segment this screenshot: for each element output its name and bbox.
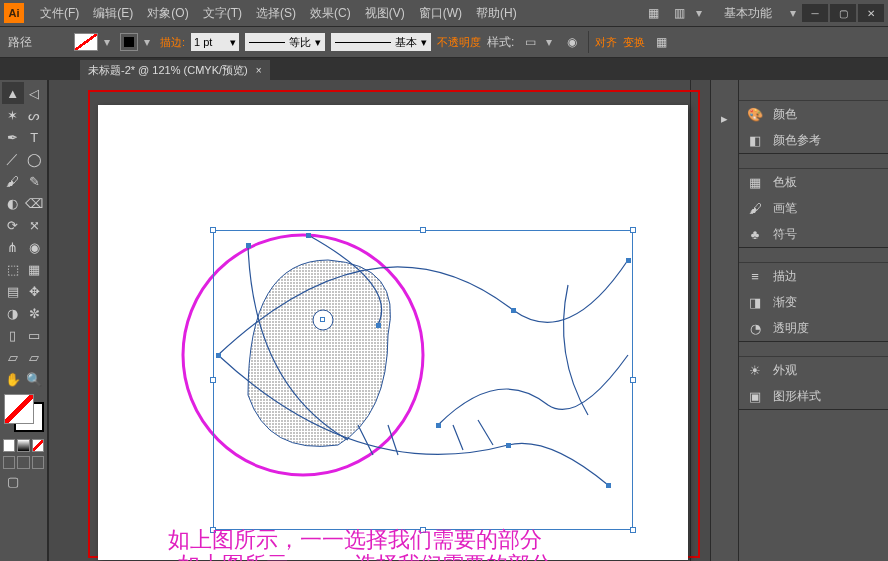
panel-stroke[interactable]: ≡描边 (739, 263, 888, 289)
graphic-styles-icon: ▣ (747, 388, 763, 404)
paintbrush-tool[interactable]: 🖌 (2, 170, 24, 192)
width-profile-uniform[interactable]: 等比▾ (245, 33, 325, 51)
zoom-tool[interactable]: 🔍 (24, 368, 46, 390)
tab-title: 未标题-2* @ 121% (CMYK/预览) (88, 63, 248, 78)
ellipse-tool[interactable]: ◯ (24, 148, 46, 170)
blend-tool[interactable]: ✼ (24, 302, 46, 324)
lasso-tool[interactable]: ᔕ (24, 104, 46, 126)
gradient-tool[interactable]: ✥ (24, 280, 46, 302)
minimize-button[interactable]: ─ (802, 4, 828, 22)
close-button[interactable]: ✕ (858, 4, 884, 22)
stroke-weight-input[interactable]: 1 pt▾ (191, 33, 239, 51)
arrange-icon[interactable]: ▥ (670, 4, 688, 22)
panel-color-guide[interactable]: ◧颜色参考 (739, 127, 888, 153)
palette-icon: 🎨 (747, 106, 763, 122)
canvas-area[interactable]: 如上图所示，一一选择我们需要的部分 如上图所示，一一选择我们需要的部分 (48, 80, 710, 561)
separator (588, 31, 589, 53)
direct-selection-tool[interactable]: ◁ (24, 82, 46, 104)
panel-swatches[interactable]: ▦色板 (739, 169, 888, 195)
panel-symbols[interactable]: ♣符号 (739, 221, 888, 247)
fill-swatch[interactable] (74, 33, 98, 51)
screen-mode[interactable]: ▢ (2, 470, 24, 492)
rotate-tool[interactable]: ⟳ (2, 214, 24, 236)
bridge-icon[interactable]: ▦ (644, 4, 662, 22)
selection-bounds (213, 230, 633, 530)
style-swatch[interactable]: ▭ (520, 33, 540, 51)
stroke-swatch[interactable] (120, 33, 138, 51)
panel-color[interactable]: 🎨颜色 (739, 101, 888, 127)
stroke-dropdown-icon[interactable]: ▾ (144, 35, 154, 49)
brush-profile-basic[interactable]: 基本▾ (331, 33, 431, 51)
style-dropdown-icon[interactable]: ▾ (546, 35, 556, 49)
isolate-icon[interactable]: ▦ (651, 33, 671, 51)
main-menu: 文件(F) 编辑(E) 对象(O) 文字(T) 选择(S) 效果(C) 视图(V… (34, 3, 523, 24)
color-mode-none[interactable] (32, 439, 44, 452)
artboard[interactable]: 如上图所示，一一选择我们需要的部分 (98, 105, 688, 560)
graph-tool[interactable]: ▭ (24, 324, 46, 346)
draw-behind[interactable] (17, 456, 29, 469)
menu-object[interactable]: 对象(O) (141, 3, 194, 24)
color-mode-gradient[interactable] (17, 439, 29, 452)
menu-effect[interactable]: 效果(C) (304, 3, 357, 24)
selection-tool[interactable]: ▲ (2, 82, 24, 104)
dock-expand-icon[interactable]: ▸ (716, 110, 734, 126)
menu-window[interactable]: 窗口(W) (413, 3, 468, 24)
document-tabbar: 未标题-2* @ 121% (CMYK/预览) × (0, 58, 888, 80)
symbol-sprayer-tool[interactable]: ▯ (2, 324, 24, 346)
scale-tool[interactable]: ⤧ (24, 214, 46, 236)
slice-tool[interactable]: ▱ (24, 346, 46, 368)
panel-gradient[interactable]: ◨渐变 (739, 289, 888, 315)
appearance-icon: ☀ (747, 362, 763, 378)
arrange-dropdown-icon[interactable]: ▾ (696, 6, 706, 20)
blob-brush-tool[interactable]: ◐ (2, 192, 24, 214)
panel-graphic-styles[interactable]: ▣图形样式 (739, 383, 888, 409)
menu-view[interactable]: 视图(V) (359, 3, 411, 24)
menu-file[interactable]: 文件(F) (34, 3, 85, 24)
left-gutter (48, 80, 68, 561)
document-tab[interactable]: 未标题-2* @ 121% (CMYK/预览) × (80, 60, 270, 80)
color-mode-solid[interactable] (3, 439, 15, 452)
draw-inside[interactable] (32, 456, 44, 469)
workspace-dropdown-icon[interactable]: ▾ (790, 6, 800, 20)
perspective-tool[interactable]: ▦ (24, 258, 46, 280)
shape-builder-tool[interactable]: ⬚ (2, 258, 24, 280)
mesh-tool[interactable]: ▤ (2, 280, 24, 302)
brushes-icon: 🖌 (747, 200, 763, 216)
menu-select[interactable]: 选择(S) (250, 3, 302, 24)
symbols-icon: ♣ (747, 226, 763, 242)
gradient-icon: ◨ (747, 294, 763, 310)
fill-color-swatch[interactable] (4, 394, 34, 424)
tab-close-icon[interactable]: × (256, 65, 262, 76)
fill-dropdown-icon[interactable]: ▾ (104, 35, 114, 49)
menu-type[interactable]: 文字(T) (197, 3, 248, 24)
panel-appearance[interactable]: ☀外观 (739, 357, 888, 383)
titlebar: Ai 文件(F) 编辑(E) 对象(O) 文字(T) 选择(S) 效果(C) 视… (0, 0, 888, 26)
caption-text-visible: 如上图所示，一一选择我们需要的部分 (168, 525, 542, 555)
panel-transparency[interactable]: ◔透明度 (739, 315, 888, 341)
menu-help[interactable]: 帮助(H) (470, 3, 523, 24)
type-tool[interactable]: T (24, 126, 46, 148)
artboard-tool[interactable]: ▱ (2, 346, 24, 368)
workspace-switcher[interactable]: 基本功能 (714, 3, 782, 24)
panel-brushes[interactable]: 🖌画笔 (739, 195, 888, 221)
opacity-label[interactable]: 不透明度 (437, 35, 481, 50)
pencil-tool[interactable]: ✎ (24, 170, 46, 192)
maximize-button[interactable]: ▢ (830, 4, 856, 22)
eyedropper-tool[interactable]: ◑ (2, 302, 24, 324)
warp-tool[interactable]: ◉ (24, 236, 46, 258)
recolor-icon[interactable]: ◉ (562, 33, 582, 51)
menu-edit[interactable]: 编辑(E) (87, 3, 139, 24)
line-tool[interactable]: ／ (2, 148, 24, 170)
hand-tool[interactable]: ✋ (2, 368, 24, 390)
width-tool[interactable]: ⋔ (2, 236, 24, 258)
stroke-label[interactable]: 描边: (160, 35, 185, 50)
draw-normal[interactable] (3, 456, 15, 469)
align-label[interactable]: 对齐 (595, 35, 617, 50)
tools-panel: ▲◁ ✶ᔕ ✒T ／◯ 🖌✎ ◐⌫ ⟳⤧ ⋔◉ ⬚▦ ▤✥ ◑✼ ▯▭ ▱▱ ✋… (0, 80, 48, 561)
context-label: 路径 (8, 34, 32, 51)
eraser-tool[interactable]: ⌫ (24, 192, 46, 214)
fill-stroke-swatches[interactable] (2, 394, 45, 436)
transform-label[interactable]: 变换 (623, 35, 645, 50)
pen-tool[interactable]: ✒ (2, 126, 24, 148)
magic-wand-tool[interactable]: ✶ (2, 104, 24, 126)
